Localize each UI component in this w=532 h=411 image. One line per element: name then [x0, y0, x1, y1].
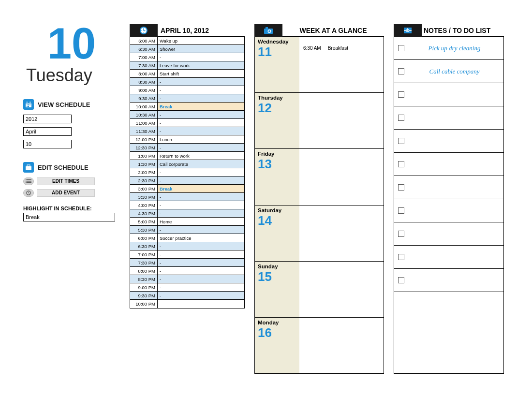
note-row: [394, 153, 503, 176]
schedule-time: 8:30 AM: [130, 78, 158, 86]
schedule-event[interactable]: -: [158, 86, 244, 94]
schedule-event[interactable]: -: [158, 292, 244, 300]
notes-column: NOTES / TO DO LIST Pick up dry cleaningC…: [394, 24, 504, 374]
schedule-row: 10:30 AM-: [130, 111, 244, 119]
schedule-event[interactable]: -: [158, 201, 244, 209]
schedule-row: 3:00 PMBreak: [130, 185, 244, 193]
schedule-event[interactable]: Home: [158, 218, 244, 226]
week-day-events[interactable]: [299, 262, 384, 317]
edit-times-button[interactable]: EDIT TIMES: [37, 177, 95, 185]
schedule-event[interactable]: -: [158, 275, 244, 283]
note-checkbox[interactable]: [398, 138, 404, 144]
calendar-icon: [23, 99, 34, 110]
schedule-event[interactable]: -: [158, 176, 244, 185]
schedule-event[interactable]: -: [158, 94, 244, 103]
clock-icon[interactable]: [23, 189, 34, 197]
schedule-time: 1:00 PM: [130, 152, 158, 160]
schedule-event[interactable]: -: [158, 111, 244, 119]
schedule-event[interactable]: -: [158, 267, 244, 275]
svg-rect-7: [27, 106, 28, 107]
schedule-title: APRIL 10, 2012: [158, 24, 245, 37]
schedule-time: 6:00 PM: [130, 234, 158, 242]
note-checkbox[interactable]: [398, 115, 404, 121]
schedule-event[interactable]: -: [158, 193, 244, 201]
month-input[interactable]: [23, 127, 72, 136]
year-input[interactable]: [23, 115, 72, 123]
schedule-event[interactable]: Shower: [158, 45, 244, 53]
schedule-row: 2:30 PM-: [130, 176, 244, 185]
schedule-column: APRIL 10, 2012 6:00 AMWake up6:30 AMShow…: [130, 24, 245, 374]
note-checkbox[interactable]: [398, 68, 404, 74]
schedule-time: 4:00 PM: [130, 201, 158, 209]
schedule-event[interactable]: -: [158, 250, 244, 259]
note-row: [394, 222, 503, 246]
note-row: [394, 269, 503, 292]
briefcase-icon: [23, 162, 34, 173]
schedule-event[interactable]: Call corporate: [158, 160, 244, 168]
highlight-label: HIGHLIGHT IN SCHEDULE:: [23, 206, 120, 211]
schedule-row: 9:00 AM-: [130, 86, 244, 94]
schedule-time: 5:30 PM: [130, 226, 158, 234]
schedule-event[interactable]: Wake up: [158, 37, 244, 45]
schedule-event[interactable]: -: [158, 144, 244, 152]
week-day-header: Wednesday11: [255, 37, 299, 92]
schedule-event[interactable]: -: [158, 209, 244, 218]
schedule-time: 2:30 PM: [130, 176, 158, 185]
schedule-event[interactable]: Break: [158, 103, 244, 111]
week-day-header: Thursday12: [255, 93, 299, 148]
schedule-event[interactable]: Lunch: [158, 135, 244, 144]
note-checkbox[interactable]: [398, 161, 404, 167]
schedule-event[interactable]: -: [158, 127, 244, 135]
schedule-event[interactable]: -: [158, 259, 244, 267]
schedule-time: 6:30 AM: [130, 45, 158, 53]
schedule-time: 8:00 AM: [130, 70, 158, 78]
schedule-row: 12:00 PMLunch: [130, 135, 244, 144]
schedule-time: 11:30 AM: [130, 127, 158, 135]
week-day-number: 12: [258, 102, 296, 114]
note-checkbox[interactable]: [398, 207, 404, 214]
schedule-time: 7:30 AM: [130, 61, 158, 70]
schedule-time: 10:30 AM: [130, 111, 158, 119]
note-checkbox[interactable]: [398, 254, 404, 260]
schedule-event[interactable]: Leave for work: [158, 61, 244, 70]
schedule-event[interactable]: -: [158, 119, 244, 127]
sidebar: 10 Tuesday VIEW SCHEDULE EDIT SCHEDULE E…: [23, 24, 120, 374]
add-event-button[interactable]: ADD EVENT: [37, 189, 95, 197]
schedule-event[interactable]: -: [158, 226, 244, 234]
schedule-time: 12:00 PM: [130, 135, 158, 144]
note-text[interactable]: Pick up dry cleaning: [409, 44, 500, 52]
schedule-event[interactable]: -: [158, 53, 244, 61]
schedule-time: 5:00 PM: [130, 218, 158, 226]
schedule-event[interactable]: Return to work: [158, 152, 244, 160]
note-row: [394, 176, 503, 199]
schedule-event[interactable]: Break: [158, 185, 244, 193]
schedule-event[interactable]: -: [158, 168, 244, 176]
week-day-events[interactable]: [299, 318, 384, 373]
schedule-time: 8:00 PM: [130, 267, 158, 275]
schedule-event[interactable]: -: [158, 242, 244, 250]
svg-rect-15: [27, 179, 31, 180]
note-checkbox[interactable]: [398, 231, 404, 237]
schedule-event[interactable]: -: [158, 78, 244, 86]
list-icon[interactable]: [23, 177, 34, 185]
day-input[interactable]: [23, 140, 72, 148]
note-checkbox[interactable]: [398, 184, 404, 191]
week-day-events[interactable]: 6:30 AMBreakfast: [299, 37, 384, 92]
schedule-event[interactable]: [158, 300, 244, 308]
highlight-input[interactable]: [23, 213, 115, 221]
week-day-number: 16: [258, 326, 296, 339]
schedule-event[interactable]: Soccer practice: [158, 234, 244, 242]
note-checkbox[interactable]: [398, 45, 404, 51]
week-day-events[interactable]: [299, 206, 384, 261]
schedule-event[interactable]: Start shift: [158, 70, 244, 78]
note-checkbox[interactable]: [398, 277, 404, 283]
schedule-event[interactable]: -: [158, 283, 244, 292]
schedule-row: 6:30 AMShower: [130, 45, 244, 53]
schedule-time: 7:00 PM: [130, 250, 158, 259]
note-row: [394, 130, 503, 153]
week-day-events[interactable]: [299, 149, 384, 205]
schedule-time: 10:00 AM: [130, 103, 158, 111]
week-day-events[interactable]: [299, 93, 384, 148]
note-text[interactable]: Call cable company: [409, 68, 500, 75]
note-checkbox[interactable]: [398, 91, 404, 98]
